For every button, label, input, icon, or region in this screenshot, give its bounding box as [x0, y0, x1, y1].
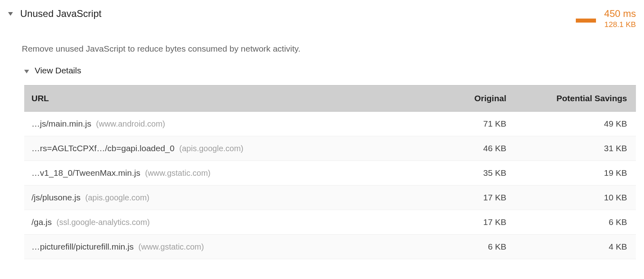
table-row: /ga.js (ssl.google-analytics.com)17 KB6 … — [24, 210, 636, 235]
cell-original: 17 KB — [404, 185, 514, 210]
table-row: …v1_18_0/TweenMax.min.js (www.gstatic.co… — [24, 161, 636, 185]
audit-description: Remove unused JavaScript to reduce bytes… — [4, 44, 640, 54]
cell-url[interactable]: /js/plusone.js (apis.google.com) — [24, 185, 404, 210]
cell-url[interactable]: /ga.js (ssl.google-analytics.com) — [24, 210, 404, 235]
column-header-savings[interactable]: Potential Savings — [514, 85, 636, 112]
url-path: …js/main.min.js — [31, 119, 91, 128]
cell-savings: 10 KB — [514, 185, 636, 210]
metric-time: 450 ms — [604, 8, 636, 20]
url-path: /js/plusone.js — [31, 193, 80, 202]
cell-url[interactable]: …rs=AGLTcCPXf…/cb=gapi.loaded_0 (apis.go… — [24, 136, 404, 161]
url-path: /ga.js — [31, 217, 52, 227]
cell-original: 46 KB — [404, 136, 514, 161]
url-host: (www.gstatic.com) — [138, 242, 204, 251]
table-row: …picturefill/picturefill.min.js (www.gst… — [24, 235, 636, 259]
url-host: (www.android.com) — [96, 119, 165, 128]
audit-metrics: 450 ms 128.1 KB — [576, 8, 636, 29]
column-header-original[interactable]: Original — [404, 85, 514, 112]
details-table: URL Original Potential Savings …js/main.… — [24, 85, 636, 259]
cell-savings: 4 KB — [514, 235, 636, 259]
cell-url[interactable]: …picturefill/picturefill.min.js (www.gst… — [24, 235, 404, 259]
metric-size: 128.1 KB — [604, 20, 636, 30]
table-row: …js/main.min.js (www.android.com)71 KB49… — [24, 112, 636, 136]
url-host: (apis.google.com) — [85, 193, 149, 202]
url-path: …v1_18_0/TweenMax.min.js — [31, 168, 140, 177]
table-header-row: URL Original Potential Savings — [24, 85, 636, 112]
audit-title: Unused JavaScript — [20, 8, 576, 19]
cell-url[interactable]: …js/main.min.js (www.android.com) — [24, 112, 404, 136]
url-path: …picturefill/picturefill.min.js — [31, 242, 134, 251]
chevron-down-icon — [24, 70, 29, 73]
table-row: /js/plusone.js (apis.google.com)17 KB10 … — [24, 185, 636, 210]
cell-url[interactable]: …v1_18_0/TweenMax.min.js (www.gstatic.co… — [24, 161, 404, 185]
column-header-url[interactable]: URL — [24, 85, 404, 112]
cell-savings: 49 KB — [514, 112, 636, 136]
cell-original: 17 KB — [404, 210, 514, 235]
metric-bar — [576, 19, 596, 23]
cell-savings: 19 KB — [514, 161, 636, 185]
url-host: (ssl.google-analytics.com) — [56, 218, 150, 227]
view-details-toggle[interactable]: View Details — [4, 66, 640, 75]
cell-original: 6 KB — [404, 235, 514, 259]
cell-savings: 6 KB — [514, 210, 636, 235]
details-table-container: URL Original Potential Savings …js/main.… — [4, 85, 640, 259]
cell-savings: 31 KB — [514, 136, 636, 161]
view-details-label: View Details — [35, 66, 81, 75]
metrics-values: 450 ms 128.1 KB — [604, 8, 636, 29]
audit-header: Unused JavaScript 450 ms 128.1 KB — [4, 8, 640, 29]
table-row: …rs=AGLTcCPXf…/cb=gapi.loaded_0 (apis.go… — [24, 136, 636, 161]
cell-original: 35 KB — [404, 161, 514, 185]
url-host: (apis.google.com) — [179, 144, 243, 153]
chevron-down-icon[interactable] — [8, 12, 13, 16]
url-path: …rs=AGLTcCPXf…/cb=gapi.loaded_0 — [31, 144, 174, 153]
cell-original: 71 KB — [404, 112, 514, 136]
url-host: (www.gstatic.com) — [145, 169, 210, 177]
